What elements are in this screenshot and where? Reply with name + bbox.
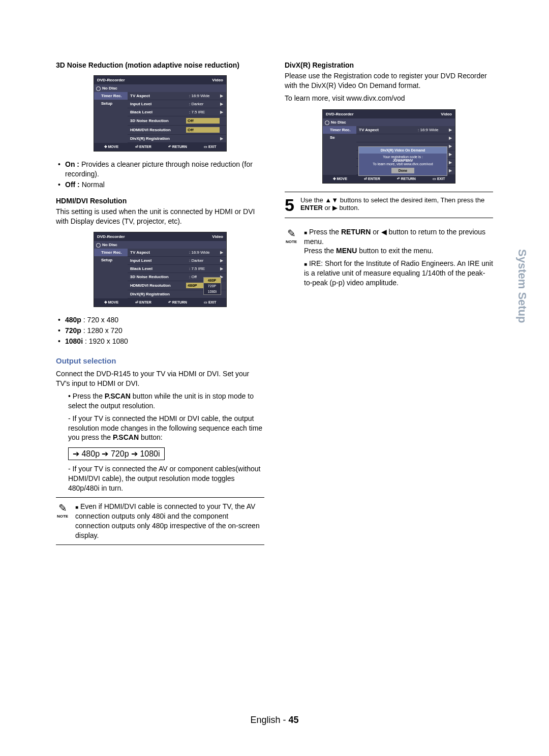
osd-title: DVD-Recorder (326, 112, 354, 116)
osd-hint-exit: ▭ EXIT (433, 177, 445, 181)
res-720p: 720p : 1280 x 720 (65, 326, 264, 336)
dialog-title: DivX(R) Video On Demand (359, 147, 447, 154)
osd-mode: Video (212, 78, 223, 82)
osd-hint-exit: ▭ EXIT (204, 145, 217, 149)
divider (285, 192, 493, 192)
osd-hint-exit: ▭ EXIT (204, 300, 217, 305)
arrow-icon: ▶ (220, 258, 224, 263)
heading-hdmi: HDMI/DVI Resolution (56, 197, 264, 205)
bullet-on: On : Provides a cleaner picture through … (65, 160, 264, 179)
output-step-av: - If your TV is connected the AV or comp… (68, 464, 264, 493)
note-ire: ■ IRE: Short for the Institute of Radio … (304, 259, 493, 288)
osd-option: 720P (204, 283, 221, 289)
arrow-icon: ▶ (220, 136, 224, 141)
arrow-icon: ▶ (220, 266, 224, 271)
arrow-icon: ▶ (448, 152, 452, 157)
osd-nav-setup: Setup (94, 100, 128, 107)
osd-status: No Disc (94, 241, 226, 249)
osd-row-label: Input Level (130, 102, 189, 106)
osd-row-value: : 16:9 Wide (189, 94, 220, 98)
osd-row-value: Off (186, 127, 220, 133)
arrow-icon: ▶ (448, 128, 452, 132)
osd-hint-enter: ⏎ ENTER (135, 300, 151, 305)
arrow-icon: ▶ (220, 110, 224, 114)
osd-dialog-divx: DivX(R) Video On Demand Your registratio… (358, 146, 447, 176)
bullet-off: Off : Normal (65, 180, 264, 190)
osd-nav-timer: Timer Rec. (323, 126, 356, 134)
res-1080i: 1080i : 1920 x 1080 (65, 337, 264, 346)
dialog-code: JGWAPBNV (361, 159, 445, 162)
arrow-icon: ▶ (448, 160, 452, 165)
osd-row-value: Off (186, 118, 220, 124)
arrow-icon: ▶ (448, 136, 452, 140)
arrow-icon: ▶ (220, 250, 224, 255)
dialog-done-button: Done (391, 168, 415, 173)
osd-nav-timer: Timer Rec. (94, 92, 128, 100)
osd-row-label: TV Aspect (130, 250, 189, 255)
osd-nav-setup: Se (323, 134, 356, 141)
divider (56, 497, 264, 498)
osd-row-label: TV Aspect (359, 128, 418, 132)
desc-output: Connect the DVD-R145 to your TV via HDMI… (56, 369, 264, 388)
output-step-hdmi-seq: - If your TV is connected the HDMI or DV… (68, 414, 264, 443)
osd-row-value: : Darker (189, 102, 220, 106)
osd-option: 1080i (204, 289, 221, 294)
osd-hint-enter: ⏎ ENTER (135, 145, 151, 149)
osd-status: No Disc (94, 84, 226, 92)
heading-divx: DivX(R) Registration (285, 61, 493, 69)
step-number-5: 5 (285, 196, 294, 214)
dialog-line: To learn more, visit www.divx.com/vod (361, 162, 445, 166)
resolution-sequence: ➔ 480p ➔ 720p ➔ 1080i (68, 447, 165, 460)
osd-row-label: 3D Noise Reduction (130, 275, 189, 279)
arrow-icon: ▶ (220, 102, 224, 106)
note-return: ■ Press the RETURN or ◀ button to return… (304, 227, 493, 256)
osd-hint-return: ↶ RETURN (168, 300, 187, 305)
page-footer: English - 45 (0, 715, 549, 725)
desc-divx-2: To learn more, visit www.divx.com/vod (285, 94, 493, 103)
heading-output: Output selection (56, 356, 264, 365)
osd-hint-move: ✥ MOVE (104, 300, 119, 305)
osd-row-label: Black Level (130, 110, 189, 114)
osd-row-label: DivX(R) Registration (130, 136, 189, 141)
osd-hint-move: ✥ MOVE (104, 145, 119, 149)
osd-row-label: Input Level (130, 258, 189, 263)
osd-row-value: : 7.5 IRE (189, 266, 220, 271)
osd-row-value: : 7.5 IRE (189, 110, 220, 114)
osd-nav-setup: Setup (94, 256, 128, 264)
osd-row-label: HDMI/DVI Resolution (130, 128, 186, 132)
osd-title: DVD-Recorder (97, 78, 125, 82)
osd-hint-return: ↶ RETURN (397, 177, 416, 181)
osd-row-label: HDMI/DVI Resolution (130, 283, 186, 288)
note-icon: ✎NOTE (56, 502, 69, 519)
osd-dropdown: 480P 720P 1080i (203, 277, 221, 295)
osd-row-label: DivX(R) Registration (130, 292, 189, 296)
arrow-icon: ▶ (220, 94, 224, 98)
sidebar-section-label: System Setup (515, 249, 529, 323)
osd-hint-move: ✥ MOVE (333, 177, 348, 181)
desc-divx-1: Please use the Registration code to regi… (285, 71, 493, 90)
osd-hint-enter: ⏎ ENTER (364, 177, 380, 181)
osd-option: 480P (204, 278, 221, 283)
osd-hdmi: DVD-Recorder Video No Disc Timer Rec. Se… (94, 232, 227, 307)
osd-mode: Video (441, 112, 452, 116)
osd-3d-noise: DVD-Recorder Video No Disc Timer Rec. Se… (94, 75, 227, 152)
osd-title: DVD-Recorder (97, 234, 125, 239)
output-step-pscan: • Press the P.SCAN button while the unit… (68, 391, 264, 411)
res-480p: 480p : 720 x 480 (65, 315, 264, 325)
divider (56, 545, 264, 545)
note-output: ■ Even if HDMI/DVI cable is connected to… (75, 502, 264, 540)
osd-hint-return: ↶ RETURN (168, 145, 187, 149)
osd-row-value: : 16:9 Wide (418, 128, 448, 132)
dialog-line: Your registration code is : (361, 155, 445, 159)
osd-row-label: Black Level (130, 266, 189, 271)
divider (285, 218, 493, 218)
step-text-5: Use the ▲▼ buttons to select the desired… (300, 196, 493, 211)
osd-row-value: : 16:9 Wide (189, 250, 220, 255)
osd-nav-timer: Timer Rec. (94, 249, 128, 256)
osd-status: No Disc (323, 118, 455, 126)
heading-3d-noise: 3D Noise Reduction (motion adaptive nois… (56, 61, 264, 69)
osd-mode: Video (212, 234, 223, 239)
desc-hdmi: This setting is used when the unit is co… (56, 207, 264, 226)
note-icon: ✎NOTE (285, 227, 298, 244)
osd-divx: DVD-Recorder Video No Disc Timer Rec. Se… (322, 109, 455, 184)
